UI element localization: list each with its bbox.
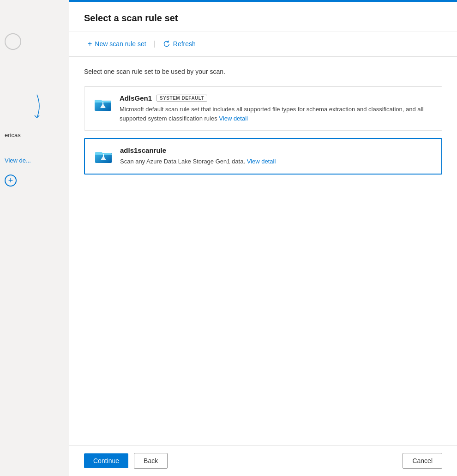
plus-icon: + [88, 40, 92, 48]
rule-card-adls1scanrule-content: adls1scanrule Scan any Azure Data Lake S… [120, 146, 432, 166]
system-default-badge: SYSTEM DEFAULT [156, 95, 207, 102]
panel-description: Select one scan rule set to be used by y… [84, 68, 442, 75]
svg-rect-5 [103, 154, 104, 157]
sidebar-connector [9, 92, 46, 120]
cancel-button[interactable]: Cancel [403, 453, 442, 469]
panel-header: Select a scan rule set [69, 0, 457, 31]
new-scan-rule-set-label: New scan rule set [95, 40, 146, 48]
rule-card-adls1scanrule[interactable]: adls1scanrule Scan any Azure Data Lake S… [84, 138, 442, 175]
panel-footer: Continue Back Cancel [69, 445, 457, 476]
panel-title: Select a scan rule set [84, 13, 442, 24]
rule-card-adlsgen1-desc: Microsoft default scan rule set that inc… [120, 105, 433, 123]
top-accent-bar [69, 0, 457, 2]
toolbar: + New scan rule set | Refresh [69, 31, 457, 57]
panel-body: Select one scan rule set to be used by y… [69, 57, 457, 445]
back-button[interactable]: Back [134, 453, 168, 469]
sidebar-region-text: ericas [5, 132, 21, 139]
sidebar-view-link[interactable]: View de... [5, 157, 31, 164]
adlsgen1-view-detail-link[interactable]: View detail [219, 115, 248, 122]
refresh-icon [163, 40, 170, 48]
sidebar-add-button[interactable]: + [5, 175, 17, 187]
adls1scanrule-view-detail-link[interactable]: View detail [247, 158, 276, 165]
rule-card-adlsgen1-name: AdlsGen1 [120, 94, 152, 102]
refresh-label: Refresh [173, 40, 196, 48]
sidebar-step-circle [5, 33, 21, 50]
folder-icon-adlsgen1 [94, 94, 112, 113]
continue-button[interactable]: Continue [84, 453, 128, 468]
rule-card-adlsgen1-content: AdlsGen1 SYSTEM DEFAULT Microsoft defaul… [120, 94, 433, 123]
new-scan-rule-set-button[interactable]: + New scan rule set [84, 38, 150, 50]
svg-rect-2 [102, 102, 103, 105]
rule-card-adls1scanrule-header: adls1scanrule [120, 146, 432, 154]
sidebar: ericas View de... + [0, 0, 69, 476]
rule-card-adls1scanrule-name: adls1scanrule [120, 146, 166, 154]
folder-icon-adls1scanrule [94, 146, 113, 165]
refresh-button[interactable]: Refresh [159, 38, 199, 49]
rule-card-adls1scanrule-desc: Scan any Azure Data Lake Storage Gen1 da… [120, 157, 432, 166]
main-panel: Select a scan rule set + New scan rule s… [69, 0, 457, 476]
rule-card-adlsgen1-header: AdlsGen1 SYSTEM DEFAULT [120, 94, 433, 102]
rule-card-adlsgen1[interactable]: AdlsGen1 SYSTEM DEFAULT Microsoft defaul… [84, 86, 442, 131]
